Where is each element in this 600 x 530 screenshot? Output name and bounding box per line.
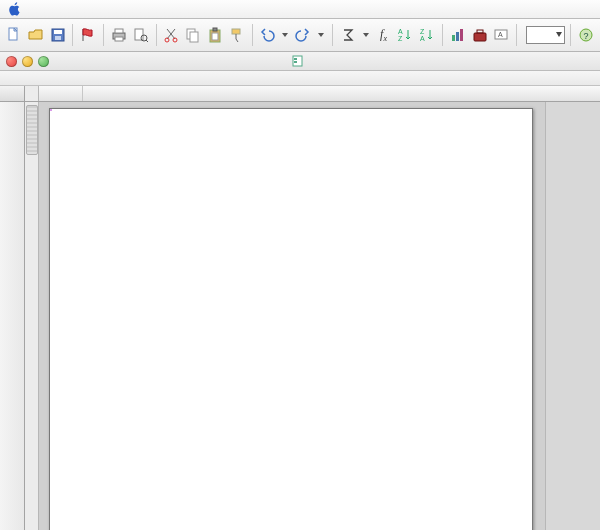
svg-text:?: ? [584,31,589,41]
column-header-row [0,86,600,102]
cell-cursor [50,109,52,111]
svg-rect-5 [115,29,123,33]
svg-rect-6 [115,37,123,41]
svg-text:A: A [498,31,503,38]
svg-text:A: A [420,35,425,42]
print-icon[interactable] [109,23,129,47]
svg-rect-25 [477,30,483,33]
svg-text:Z: Z [398,35,403,42]
window-controls [0,56,49,67]
open-icon[interactable] [26,23,46,47]
right-gutter [545,102,600,530]
svg-rect-12 [190,32,198,42]
menubar [0,0,600,19]
workarea [0,102,600,530]
left-gutter-head [25,86,39,101]
zoom-select[interactable] [526,26,565,44]
svg-text:A: A [398,28,403,35]
select-all-corner[interactable] [0,86,25,101]
minimize-icon[interactable] [22,56,33,67]
print-preview-icon[interactable] [131,23,151,47]
copy-icon[interactable] [183,23,203,47]
redo-icon[interactable] [293,23,313,47]
toolbar: fx AZ ZA A ? [0,19,600,52]
document-title [292,55,308,67]
page-canvas[interactable] [39,102,600,530]
sort-asc-icon[interactable]: AZ [395,23,415,47]
svg-rect-24 [474,33,486,41]
autosum-icon[interactable] [338,23,358,47]
svg-rect-15 [212,33,218,40]
format-painter-icon[interactable] [227,23,247,47]
zoom-window-icon[interactable] [38,56,49,67]
svg-rect-22 [456,32,459,41]
chart-icon[interactable] [448,23,468,47]
toolbox-icon[interactable] [470,23,490,47]
svg-rect-23 [460,29,463,41]
ruler [0,71,600,86]
close-icon[interactable] [6,56,17,67]
apple-icon[interactable] [8,2,22,16]
sort-desc-icon[interactable]: ZA [417,23,437,47]
svg-text:Z: Z [420,28,425,35]
svg-rect-14 [213,28,217,31]
redo-dropdown-icon[interactable] [315,23,327,47]
cut-icon[interactable] [161,23,181,47]
svg-rect-32 [294,61,297,63]
document-icon [292,55,304,67]
whiteboard-icon[interactable]: A [492,23,512,47]
svg-rect-31 [294,58,297,60]
help-icon[interactable]: ? [576,23,596,47]
undo-icon[interactable] [257,23,277,47]
save-icon[interactable] [48,23,68,47]
left-gutter[interactable] [25,102,39,530]
row-margin-spacer [0,102,24,176]
svg-rect-2 [54,30,62,34]
window-titlebar [0,52,600,71]
new-doc-icon[interactable] [4,23,24,47]
svg-rect-21 [452,35,455,41]
col-margin-spacer [39,86,83,101]
row-header-strip [0,102,25,530]
gutter-grip-icon[interactable] [26,105,38,155]
svg-rect-7 [135,29,143,40]
function-icon[interactable]: fx [374,23,394,47]
paste-icon[interactable] [205,23,225,47]
page [49,108,533,530]
svg-rect-3 [55,36,61,40]
autosum-dropdown-icon[interactable] [360,23,372,47]
undo-dropdown-icon[interactable] [279,23,291,47]
flag-icon[interactable] [78,23,98,47]
svg-rect-16 [232,29,240,34]
